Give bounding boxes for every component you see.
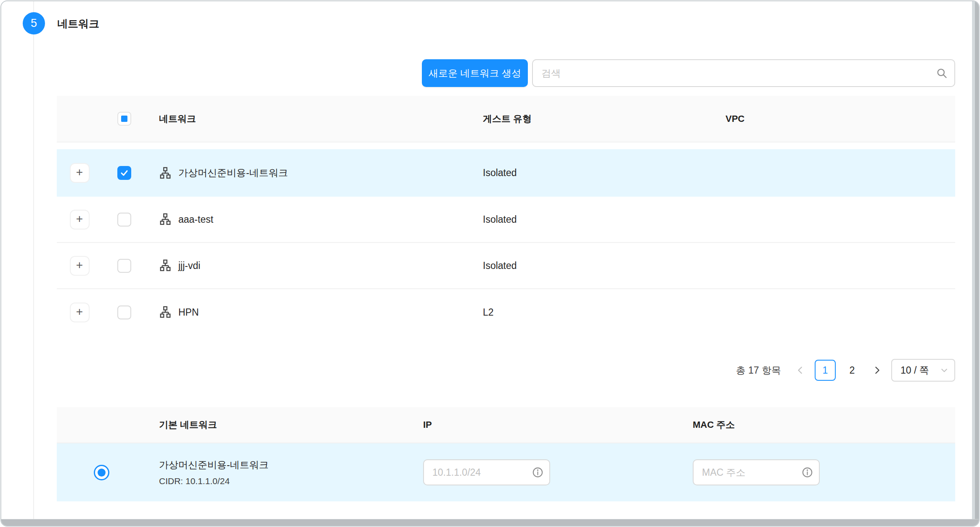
ip-field: [423, 459, 550, 485]
guest-type: L2: [483, 307, 726, 318]
network-name: HPN: [178, 307, 199, 318]
column-header-vpc: VPC: [726, 113, 955, 124]
mac-input[interactable]: [694, 460, 850, 485]
page-button-2[interactable]: 2: [842, 360, 863, 381]
network-icon: [159, 213, 172, 226]
chevron-right-icon[interactable]: [869, 360, 885, 381]
step-number-badge: 5: [23, 12, 45, 34]
select-all-cell: [102, 112, 146, 126]
default-network-row[interactable]: 가상머신준비용-네트워크 CIDR: 10.1.1.0/24: [57, 443, 955, 501]
expand-row-button[interactable]: +: [70, 163, 90, 183]
select-all-checkbox[interactable]: [117, 112, 131, 126]
page-size-select[interactable]: 10 / 쪽: [891, 359, 955, 382]
page-size-value: 10 / 쪽: [901, 364, 929, 377]
search-icon: [929, 67, 954, 79]
network-name: aaa-test: [178, 214, 213, 225]
table-row[interactable]: + jjj-vdi Isolated: [57, 243, 955, 289]
table-row[interactable]: + 가상머신준비용-네트워크 Isolated: [57, 149, 955, 197]
guest-type: Isolated: [483, 167, 726, 179]
wizard-network-step-panel: 5 네트워크 새로운 네트워크 생성 네트워크 게스트 유형 VPC +: [0, 0, 980, 527]
network-icon: [159, 167, 172, 179]
column-header-default-network: 기본 네트워크: [146, 419, 423, 431]
info-icon[interactable]: [532, 467, 543, 478]
default-network-name: 가상머신준비용-네트워크: [159, 458, 423, 472]
page-button-1[interactable]: 1: [815, 360, 836, 381]
default-network-radio[interactable]: [94, 465, 109, 480]
column-header-ip: IP: [423, 419, 693, 430]
row-checkbox[interactable]: [117, 166, 131, 180]
network-name: jjj-vdi: [178, 260, 200, 271]
guest-type: Isolated: [483, 214, 726, 225]
expand-row-button[interactable]: +: [70, 256, 90, 276]
pagination: 총 17 항목 1 2 10 / 쪽: [57, 357, 955, 384]
chevron-down-icon: [940, 366, 948, 374]
default-network-table-header: 기본 네트워크 IP MAC 주소: [57, 407, 955, 443]
network-table-body: + 가상머신준비용-네트워크 Isolated: [57, 149, 955, 335]
pagination-total: 총 17 항목: [736, 364, 781, 377]
network-name: 가상머신준비용-네트워크: [178, 166, 288, 179]
create-network-button[interactable]: 새로운 네트워크 생성: [422, 59, 528, 87]
row-checkbox[interactable]: [117, 259, 131, 273]
vertical-scrollbar[interactable]: [972, 1, 979, 519]
table-row[interactable]: + HPN L2: [57, 289, 955, 335]
mac-field: [693, 459, 820, 485]
network-icon: [159, 259, 172, 272]
expand-row-button[interactable]: +: [70, 210, 90, 229]
row-checkbox[interactable]: [117, 213, 131, 227]
column-header-guest-type: 게스트 유형: [483, 113, 726, 125]
expand-row-button[interactable]: +: [70, 303, 90, 322]
step-timeline-line: [33, 1, 34, 519]
search-box[interactable]: [532, 59, 955, 87]
table-row[interactable]: + aaa-test Isolated: [57, 197, 955, 243]
network-table-header: 네트워크 게스트 유형 VPC: [57, 96, 955, 142]
info-icon[interactable]: [802, 467, 813, 478]
row-checkbox[interactable]: [117, 306, 131, 319]
step-title: 네트워크: [57, 17, 99, 31]
column-header-mac: MAC 주소: [693, 419, 955, 431]
column-header-network: 네트워크: [146, 113, 483, 125]
search-input[interactable]: [533, 60, 929, 86]
ip-input[interactable]: [424, 460, 580, 485]
horizontal-scrollbar[interactable]: [1, 519, 979, 526]
default-network-cidr: CIDR: 10.1.1.0/24: [159, 476, 423, 486]
chevron-left-icon[interactable]: [792, 360, 809, 381]
network-icon: [159, 306, 172, 319]
guest-type: Isolated: [483, 260, 726, 271]
